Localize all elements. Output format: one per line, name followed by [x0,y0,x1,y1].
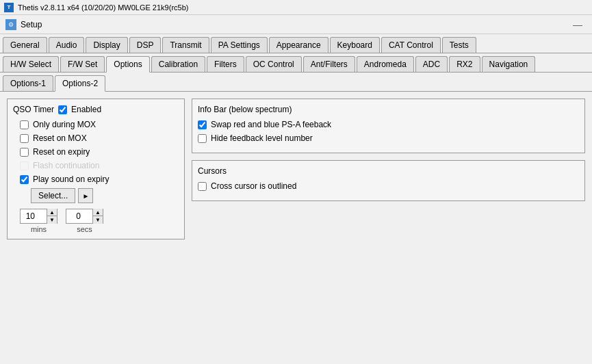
app-title: Thetis v2.8.11 x64 (10/20/20) MW0LGE 21k… [18,3,188,12]
mins-input[interactable] [21,209,47,223]
right-panels: Info Bar (below spectrum) Swap red and b… [192,99,585,239]
only-during-mox-checkbox[interactable] [20,120,29,129]
secs-spinner-arrows: ▲ ▼ [92,209,103,224]
mins-label: mins [31,225,47,233]
content-area: QSO Timer Enabled Only during MOX Reset … [0,92,592,246]
secondary-tab-bar: H/W Select F/W Set Options Calibration F… [0,53,592,73]
only-mox-row: Only during MOX [20,120,179,129]
qso-timer-panel: QSO Timer Enabled Only during MOX Reset … [7,99,185,239]
reset-on-expiry-row: Reset on expiry [20,147,179,157]
window-title: Setup [21,20,42,29]
qso-timer-enabled-checkbox[interactable] [58,105,67,114]
mins-spinner[interactable]: ▲ ▼ [20,209,57,224]
play-button[interactable]: ► [78,188,93,203]
setup-window: ⚙ Setup — General Audio Display DSP Tran… [0,15,592,246]
select-button-row: Select... ► [31,188,179,203]
flash-continuation-label: Flash continuation [33,161,99,170]
tab-ant-filters[interactable]: Ant/Filters [303,56,355,72]
swap-row: Swap red and blue PS-A feeback [198,120,579,129]
play-sound-row: Play sound on expiry [20,174,179,184]
tertiary-tab-bar: Options-1 Options-2 [0,73,592,92]
reset-on-expiry-label: Reset on expiry [33,147,90,157]
mins-spinner-container: ▲ ▼ mins [20,209,57,233]
cross-cursor-checkbox[interactable] [198,182,207,191]
tab-filters[interactable]: Filters [207,56,244,72]
play-sound-checkbox[interactable] [20,175,29,184]
tab-oc-control[interactable]: OC Control [246,56,302,72]
tab-options-1[interactable]: Options-1 [3,75,53,91]
cursors-title: Cursors [198,166,579,176]
info-bar-panel: Info Bar (below spectrum) Swap red and b… [192,99,585,153]
cross-cursor-row: Cross cursor is outlined [198,181,579,191]
tab-audio[interactable]: Audio [49,37,85,53]
tab-pa-settings[interactable]: PA Settings [211,37,268,53]
tab-navigation[interactable]: Navigation [482,56,536,72]
tab-general[interactable]: General [3,37,47,53]
swap-checkbox[interactable] [198,120,207,129]
mins-spinner-arrows: ▲ ▼ [47,209,57,224]
minimize-btn[interactable]: — [569,19,587,30]
tab-transmit[interactable]: Transmit [162,37,209,53]
select-button[interactable]: Select... [31,188,75,203]
tab-appearance[interactable]: Appearance [269,37,329,53]
tab-display[interactable]: Display [86,37,127,53]
tab-tests[interactable]: Tests [442,37,476,53]
secs-input[interactable] [66,209,92,223]
secs-down-arrow[interactable]: ▼ [93,216,103,224]
tab-keyboard[interactable]: Keyboard [330,37,380,53]
reset-on-mox-label: Reset on MOX [33,133,87,143]
tab-hw-select[interactable]: H/W Select [3,56,59,72]
reset-on-mox-row: Reset on MOX [20,133,179,143]
hide-label: Hide feedback level number [211,133,313,143]
secs-label: secs [77,225,92,233]
swap-label: Swap red and blue PS-A feeback [211,120,331,129]
qso-timer-label: QSO Timer [13,105,54,114]
qso-timer-header: QSO Timer Enabled [13,105,179,114]
app-icon: T [4,3,14,12]
hide-row: Hide feedback level number [198,133,579,143]
mins-down-arrow[interactable]: ▼ [47,216,57,224]
window-title-bar: ⚙ Setup — [0,15,592,34]
tab-options-2[interactable]: Options-2 [55,75,105,92]
hide-checkbox[interactable] [198,134,207,143]
tab-adc[interactable]: ADC [415,56,448,72]
tab-dsp[interactable]: DSP [129,37,162,53]
flash-continuation-checkbox[interactable] [20,161,29,170]
cursors-panel: Cursors Cross cursor is outlined [192,160,585,201]
secs-up-arrow[interactable]: ▲ [93,209,103,216]
qso-timer-enabled-label: Enabled [71,105,101,114]
main-tab-bar: General Audio Display DSP Transmit PA Se… [0,34,592,53]
info-bar-title: Info Bar (below spectrum) [198,105,579,114]
tab-andromeda[interactable]: Andromeda [357,56,414,72]
secs-spinner-container: ▲ ▼ secs [66,209,103,233]
tab-options[interactable]: Options [106,56,149,73]
tab-rx2[interactable]: RX2 [449,56,480,72]
tab-fw-set[interactable]: F/W Set [60,56,105,72]
reset-on-mox-checkbox[interactable] [20,134,29,143]
flash-continuation-row: Flash continuation [20,161,179,170]
qso-options: Only during MOX Reset on MOX Reset on ex… [13,120,179,233]
secs-spinner[interactable]: ▲ ▼ [66,209,103,224]
play-sound-label: Play sound on expiry [33,174,109,184]
app-title-bar: T Thetis v2.8.11 x64 (10/20/20) MW0LGE 2… [0,0,592,15]
mins-up-arrow[interactable]: ▲ [47,209,57,216]
tab-calibration[interactable]: Calibration [151,56,205,72]
only-during-mox-label: Only during MOX [33,120,96,129]
cross-cursor-label: Cross cursor is outlined [211,181,296,191]
timer-spinners: ▲ ▼ mins ▲ ▼ [20,209,179,233]
tab-cat-control[interactable]: CAT Control [381,37,441,53]
reset-on-expiry-checkbox[interactable] [20,148,29,157]
window-icon: ⚙ [5,19,16,30]
